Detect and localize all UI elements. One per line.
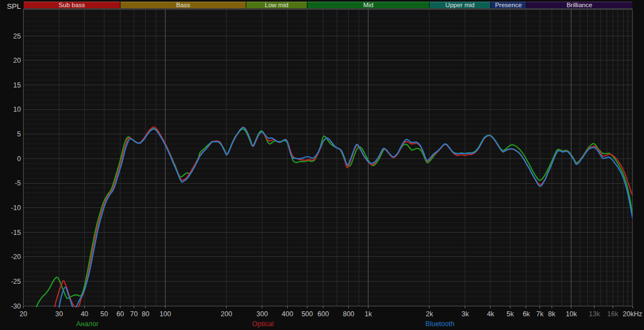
svg-text:300: 300 (256, 310, 268, 318)
svg-text:500: 500 (301, 310, 313, 318)
svg-text:800: 800 (343, 310, 354, 318)
svg-text:200: 200 (221, 310, 232, 318)
svg-text:Upper mid: Upper mid (445, 2, 475, 8)
svg-text:60: 60 (117, 310, 124, 318)
svg-text:-5: -5 (15, 179, 21, 187)
svg-text:Low mid: Low mid (265, 2, 289, 8)
svg-text:2k: 2k (426, 310, 433, 318)
svg-text:5: 5 (17, 130, 21, 138)
svg-text:5k: 5k (507, 310, 514, 318)
svg-text:1k: 1k (365, 310, 372, 318)
svg-text:-25: -25 (11, 278, 21, 285)
svg-text:Bluetooth: Bluetooth (426, 320, 455, 328)
svg-text:Optical: Optical (252, 320, 274, 328)
svg-text:10k: 10k (566, 310, 577, 318)
svg-text:600: 600 (317, 310, 329, 318)
svg-text:80: 80 (142, 310, 150, 318)
svg-text:100: 100 (159, 310, 171, 318)
svg-text:15: 15 (13, 81, 21, 89)
svg-text:25: 25 (13, 32, 21, 40)
svg-text:-15: -15 (11, 229, 21, 237)
svg-text:-20: -20 (11, 253, 21, 261)
svg-text:50: 50 (100, 310, 108, 318)
svg-text:16k: 16k (607, 310, 619, 318)
svg-text:Bass: Bass (176, 2, 190, 8)
svg-text:-10: -10 (11, 204, 21, 212)
svg-text:Mid: Mid (363, 2, 373, 8)
svg-text:40: 40 (81, 310, 89, 318)
svg-text:3k: 3k (461, 310, 469, 318)
svg-text:8k: 8k (548, 310, 555, 318)
svg-text:70: 70 (130, 310, 137, 318)
svg-text:10: 10 (13, 106, 21, 113)
svg-text:SPL: SPL (7, 2, 21, 10)
svg-text:Sub bass: Sub bass (59, 2, 85, 8)
svg-text:400: 400 (282, 310, 293, 318)
svg-text:Presence: Presence (495, 2, 522, 8)
svg-text:4k: 4k (487, 310, 494, 318)
svg-text:0: 0 (17, 155, 21, 163)
svg-text:13k: 13k (589, 310, 601, 318)
svg-text:7k: 7k (536, 310, 544, 318)
svg-text:-30: -30 (11, 302, 21, 310)
svg-text:20: 20 (20, 310, 27, 318)
svg-text:20: 20 (13, 57, 21, 64)
svg-text:20kHz: 20kHz (623, 310, 642, 318)
svg-text:Brilliance: Brilliance (566, 2, 592, 8)
svg-text:Аналог: Аналог (76, 320, 99, 328)
svg-text:6k: 6k (522, 310, 530, 318)
svg-text:30: 30 (56, 310, 63, 318)
